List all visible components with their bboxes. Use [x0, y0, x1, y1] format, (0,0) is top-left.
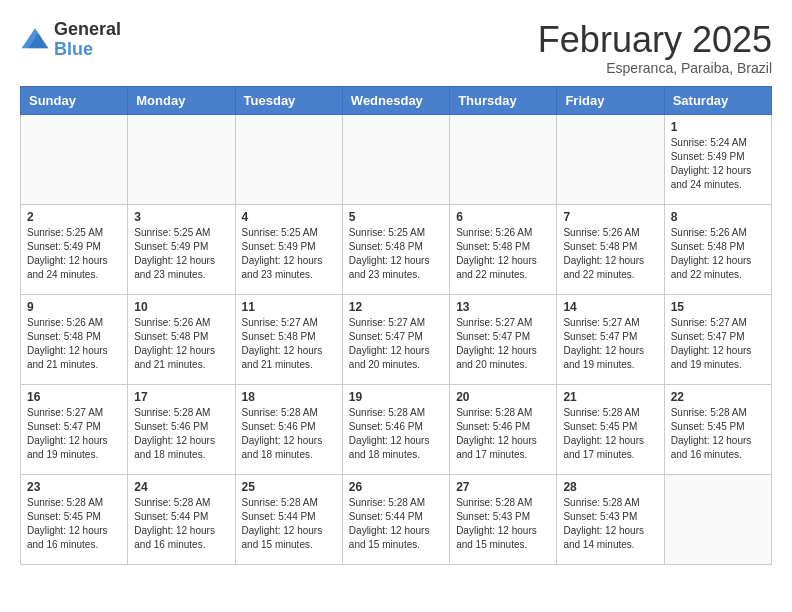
- day-number: 11: [242, 300, 336, 314]
- calendar-day-cell: 1Sunrise: 5:24 AMSunset: 5:49 PMDaylight…: [664, 114, 771, 204]
- day-of-week-header: Wednesday: [342, 86, 449, 114]
- day-info: Sunrise: 5:27 AMSunset: 5:47 PMDaylight:…: [27, 406, 121, 462]
- day-info: Sunrise: 5:28 AMSunset: 5:43 PMDaylight:…: [456, 496, 550, 552]
- calendar-day-cell: 4Sunrise: 5:25 AMSunset: 5:49 PMDaylight…: [235, 204, 342, 294]
- day-info: Sunrise: 5:25 AMSunset: 5:49 PMDaylight:…: [242, 226, 336, 282]
- day-info: Sunrise: 5:27 AMSunset: 5:47 PMDaylight:…: [671, 316, 765, 372]
- calendar-day-cell: [557, 114, 664, 204]
- day-number: 19: [349, 390, 443, 404]
- calendar-day-cell: 26Sunrise: 5:28 AMSunset: 5:44 PMDayligh…: [342, 474, 449, 564]
- day-of-week-header: Saturday: [664, 86, 771, 114]
- day-number: 18: [242, 390, 336, 404]
- calendar-day-cell: 9Sunrise: 5:26 AMSunset: 5:48 PMDaylight…: [21, 294, 128, 384]
- day-info: Sunrise: 5:28 AMSunset: 5:45 PMDaylight:…: [671, 406, 765, 462]
- day-number: 13: [456, 300, 550, 314]
- calendar-week-row: 9Sunrise: 5:26 AMSunset: 5:48 PMDaylight…: [21, 294, 772, 384]
- calendar-table: SundayMondayTuesdayWednesdayThursdayFrid…: [20, 86, 772, 565]
- day-number: 3: [134, 210, 228, 224]
- calendar-day-cell: 10Sunrise: 5:26 AMSunset: 5:48 PMDayligh…: [128, 294, 235, 384]
- calendar-day-cell: 17Sunrise: 5:28 AMSunset: 5:46 PMDayligh…: [128, 384, 235, 474]
- day-info: Sunrise: 5:27 AMSunset: 5:47 PMDaylight:…: [456, 316, 550, 372]
- day-info: Sunrise: 5:28 AMSunset: 5:46 PMDaylight:…: [134, 406, 228, 462]
- day-number: 9: [27, 300, 121, 314]
- day-of-week-header: Friday: [557, 86, 664, 114]
- day-info: Sunrise: 5:26 AMSunset: 5:48 PMDaylight:…: [134, 316, 228, 372]
- calendar-day-cell: 20Sunrise: 5:28 AMSunset: 5:46 PMDayligh…: [450, 384, 557, 474]
- location-subtitle: Esperanca, Paraiba, Brazil: [538, 60, 772, 76]
- calendar-day-cell: 3Sunrise: 5:25 AMSunset: 5:49 PMDaylight…: [128, 204, 235, 294]
- calendar-day-cell: 11Sunrise: 5:27 AMSunset: 5:48 PMDayligh…: [235, 294, 342, 384]
- day-info: Sunrise: 5:25 AMSunset: 5:48 PMDaylight:…: [349, 226, 443, 282]
- day-info: Sunrise: 5:28 AMSunset: 5:44 PMDaylight:…: [134, 496, 228, 552]
- day-info: Sunrise: 5:28 AMSunset: 5:46 PMDaylight:…: [242, 406, 336, 462]
- day-number: 28: [563, 480, 657, 494]
- day-number: 23: [27, 480, 121, 494]
- calendar-day-cell: [664, 474, 771, 564]
- calendar-day-cell: 24Sunrise: 5:28 AMSunset: 5:44 PMDayligh…: [128, 474, 235, 564]
- calendar-day-cell: 21Sunrise: 5:28 AMSunset: 5:45 PMDayligh…: [557, 384, 664, 474]
- day-number: 14: [563, 300, 657, 314]
- day-of-week-header: Tuesday: [235, 86, 342, 114]
- day-of-week-header: Thursday: [450, 86, 557, 114]
- calendar-week-row: 23Sunrise: 5:28 AMSunset: 5:45 PMDayligh…: [21, 474, 772, 564]
- day-number: 25: [242, 480, 336, 494]
- day-number: 5: [349, 210, 443, 224]
- day-number: 1: [671, 120, 765, 134]
- day-info: Sunrise: 5:28 AMSunset: 5:46 PMDaylight:…: [456, 406, 550, 462]
- day-of-week-header: Sunday: [21, 86, 128, 114]
- day-number: 10: [134, 300, 228, 314]
- day-info: Sunrise: 5:26 AMSunset: 5:48 PMDaylight:…: [563, 226, 657, 282]
- day-number: 17: [134, 390, 228, 404]
- calendar-day-cell: 8Sunrise: 5:26 AMSunset: 5:48 PMDaylight…: [664, 204, 771, 294]
- month-title: February 2025: [538, 20, 772, 60]
- calendar-day-cell: [21, 114, 128, 204]
- day-info: Sunrise: 5:26 AMSunset: 5:48 PMDaylight:…: [456, 226, 550, 282]
- day-info: Sunrise: 5:24 AMSunset: 5:49 PMDaylight:…: [671, 136, 765, 192]
- calendar-day-cell: [342, 114, 449, 204]
- logo-icon: [20, 25, 50, 55]
- day-number: 26: [349, 480, 443, 494]
- calendar-day-cell: 2Sunrise: 5:25 AMSunset: 5:49 PMDaylight…: [21, 204, 128, 294]
- calendar-day-cell: 6Sunrise: 5:26 AMSunset: 5:48 PMDaylight…: [450, 204, 557, 294]
- day-number: 20: [456, 390, 550, 404]
- day-info: Sunrise: 5:28 AMSunset: 5:46 PMDaylight:…: [349, 406, 443, 462]
- day-number: 12: [349, 300, 443, 314]
- calendar-day-cell: 28Sunrise: 5:28 AMSunset: 5:43 PMDayligh…: [557, 474, 664, 564]
- day-number: 7: [563, 210, 657, 224]
- calendar-day-cell: 7Sunrise: 5:26 AMSunset: 5:48 PMDaylight…: [557, 204, 664, 294]
- day-of-week-header: Monday: [128, 86, 235, 114]
- header: General Blue February 2025 Esperanca, Pa…: [20, 20, 772, 76]
- calendar-day-cell: 16Sunrise: 5:27 AMSunset: 5:47 PMDayligh…: [21, 384, 128, 474]
- calendar-week-row: 2Sunrise: 5:25 AMSunset: 5:49 PMDaylight…: [21, 204, 772, 294]
- calendar-day-cell: 14Sunrise: 5:27 AMSunset: 5:47 PMDayligh…: [557, 294, 664, 384]
- calendar-day-cell: 18Sunrise: 5:28 AMSunset: 5:46 PMDayligh…: [235, 384, 342, 474]
- calendar-day-cell: 22Sunrise: 5:28 AMSunset: 5:45 PMDayligh…: [664, 384, 771, 474]
- calendar-week-row: 1Sunrise: 5:24 AMSunset: 5:49 PMDaylight…: [21, 114, 772, 204]
- calendar-day-cell: 15Sunrise: 5:27 AMSunset: 5:47 PMDayligh…: [664, 294, 771, 384]
- day-number: 21: [563, 390, 657, 404]
- calendar-day-cell: 13Sunrise: 5:27 AMSunset: 5:47 PMDayligh…: [450, 294, 557, 384]
- day-info: Sunrise: 5:27 AMSunset: 5:48 PMDaylight:…: [242, 316, 336, 372]
- logo: General Blue: [20, 20, 121, 60]
- day-info: Sunrise: 5:25 AMSunset: 5:49 PMDaylight:…: [134, 226, 228, 282]
- day-info: Sunrise: 5:26 AMSunset: 5:48 PMDaylight:…: [27, 316, 121, 372]
- day-number: 27: [456, 480, 550, 494]
- day-info: Sunrise: 5:28 AMSunset: 5:45 PMDaylight:…: [563, 406, 657, 462]
- day-info: Sunrise: 5:27 AMSunset: 5:47 PMDaylight:…: [563, 316, 657, 372]
- logo-general-text: General: [54, 19, 121, 39]
- day-info: Sunrise: 5:28 AMSunset: 5:44 PMDaylight:…: [242, 496, 336, 552]
- calendar-day-cell: 19Sunrise: 5:28 AMSunset: 5:46 PMDayligh…: [342, 384, 449, 474]
- logo-blue-text: Blue: [54, 39, 93, 59]
- calendar-day-cell: 27Sunrise: 5:28 AMSunset: 5:43 PMDayligh…: [450, 474, 557, 564]
- day-number: 24: [134, 480, 228, 494]
- calendar-day-cell: [450, 114, 557, 204]
- calendar-header-row: SundayMondayTuesdayWednesdayThursdayFrid…: [21, 86, 772, 114]
- day-info: Sunrise: 5:25 AMSunset: 5:49 PMDaylight:…: [27, 226, 121, 282]
- calendar-week-row: 16Sunrise: 5:27 AMSunset: 5:47 PMDayligh…: [21, 384, 772, 474]
- day-info: Sunrise: 5:27 AMSunset: 5:47 PMDaylight:…: [349, 316, 443, 372]
- calendar-day-cell: [235, 114, 342, 204]
- calendar-day-cell: [128, 114, 235, 204]
- day-number: 4: [242, 210, 336, 224]
- day-number: 6: [456, 210, 550, 224]
- day-info: Sunrise: 5:28 AMSunset: 5:43 PMDaylight:…: [563, 496, 657, 552]
